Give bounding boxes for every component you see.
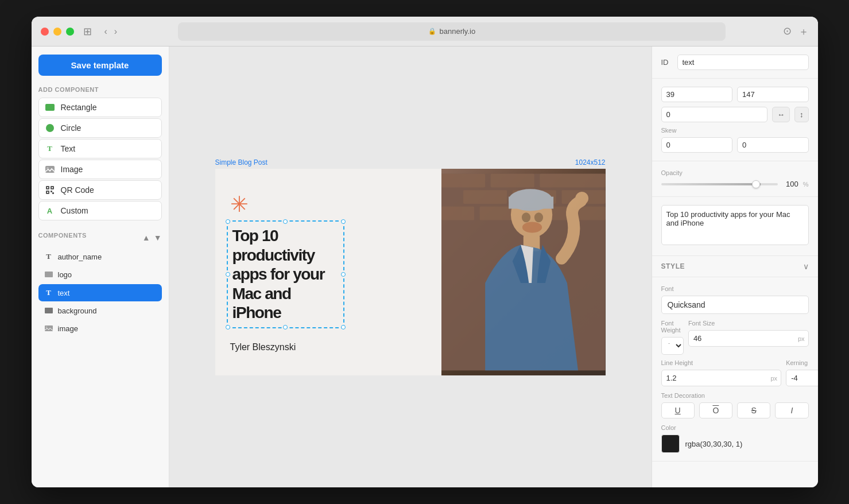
font-size-wrap: px — [688, 330, 809, 347]
url-bar[interactable]: 🔒 bannerly.io — [178, 22, 725, 41]
layer-logo[interactable]: logo — [38, 266, 162, 283]
font-weight-select[interactable]: 700 400 600 800 — [661, 337, 684, 355]
lock-icon: 🔒 — [428, 28, 436, 35]
svg-point-29 — [534, 212, 543, 222]
font-weight-label: Font Weight — [661, 320, 684, 334]
strikethrough-button[interactable]: S — [737, 402, 770, 418]
font-size-label: Font Size — [688, 320, 809, 327]
component-text[interactable]: T Text — [38, 139, 162, 158]
svg-rect-16 — [491, 174, 534, 188]
id-input[interactable] — [677, 55, 809, 70]
resize-handle-bl[interactable] — [226, 325, 230, 329]
minimize-button[interactable] — [53, 28, 61, 36]
line-height-unit: px — [767, 375, 781, 382]
layer-logo-label: logo — [58, 270, 72, 279]
layer-image[interactable]: image — [38, 320, 162, 337]
flip-vertical-button[interactable]: ↕ — [794, 107, 809, 122]
url-text: bannerly.io — [440, 27, 476, 36]
close-button[interactable] — [41, 28, 49, 36]
svg-rect-27 — [509, 197, 553, 209]
font-size-input[interactable] — [689, 331, 794, 346]
opacity-thumb[interactable] — [752, 180, 760, 188]
id-row: ID — [661, 55, 809, 70]
text-decoration-label: Text Decoration — [661, 392, 809, 399]
resize-handle-ml[interactable] — [226, 272, 230, 277]
y-input[interactable] — [738, 87, 809, 102]
font-size-col: Font Size px — [688, 320, 809, 355]
svg-rect-11 — [45, 308, 53, 313]
rotation-row: ° ↔ ↕ — [661, 107, 809, 122]
kerning-input[interactable] — [786, 370, 817, 386]
svg-rect-15 — [441, 174, 485, 188]
forward-button[interactable]: › — [111, 25, 121, 38]
chevron-down-icon[interactable]: ∨ — [803, 262, 809, 271]
left-sidebar: Save template ADD COMPONENT Rectangle Ci… — [32, 46, 169, 487]
rotation-input-wrap: ° — [661, 107, 768, 122]
text-content-section: Top 10 productivity apps for your Mac an… — [652, 197, 818, 256]
style-label: STYLE — [661, 262, 685, 270]
color-swatch[interactable] — [661, 435, 680, 453]
layer-background[interactable]: background — [38, 303, 162, 319]
back-button[interactable]: ‹ — [101, 25, 111, 38]
svg-rect-10 — [45, 272, 53, 277]
skew-row: Y X — [661, 137, 809, 153]
components-section-label: COMPONENTS — [38, 232, 87, 239]
italic-button[interactable]: I — [775, 402, 808, 418]
move-down-button[interactable]: ▼ — [154, 233, 162, 242]
image-icon — [45, 164, 55, 175]
custom-label: Custom — [61, 206, 88, 215]
maximize-button[interactable] — [66, 28, 74, 36]
y-input-wrap: Y — [737, 87, 809, 102]
component-circle[interactable]: Circle — [38, 118, 162, 138]
coordinates-section: X Y ° ↔ ↕ Skew — [652, 79, 818, 161]
component-rectangle[interactable]: Rectangle — [38, 98, 162, 117]
flip-horizontal-button[interactable]: ↔ — [772, 107, 790, 122]
layer-author-name[interactable]: T author_name — [38, 248, 162, 265]
opacity-slider[interactable] — [661, 183, 778, 185]
component-image[interactable]: Image — [38, 160, 162, 179]
rotation-input[interactable] — [662, 107, 767, 122]
font-size-unit: px — [794, 335, 808, 342]
x-input[interactable] — [662, 87, 733, 102]
layer-author-name-icon: T — [44, 252, 53, 261]
font-weight-col: Font Weight 700 400 600 800 — [661, 320, 684, 355]
svg-rect-9 — [47, 192, 48, 193]
component-custom[interactable]: A Custom — [38, 201, 162, 220]
text-label: Text — [61, 144, 76, 153]
resize-handle-tr[interactable] — [341, 219, 346, 224]
resize-handle-bc[interactable] — [283, 325, 288, 329]
resize-handle-br[interactable] — [341, 325, 346, 329]
overline-button[interactable]: O — [699, 402, 732, 418]
resize-handle-mr[interactable] — [341, 272, 346, 277]
font-input[interactable] — [661, 296, 809, 314]
color-value-text: rgba(30,30,30, 1) — [685, 440, 743, 448]
canvas-frame[interactable]: ✳ Top 10 productivity apps for your Mac … — [215, 169, 606, 375]
svg-rect-21 — [441, 207, 474, 220]
opacity-label: Opacity — [661, 169, 809, 176]
canvas-dimensions-label: 1024x512 — [575, 158, 606, 166]
new-tab-icon[interactable]: ＋ — [798, 25, 809, 38]
text-content-textarea[interactable]: Top 10 productivity apps for your Mac an… — [661, 205, 809, 245]
component-qrcode[interactable]: QR Code — [38, 180, 162, 200]
canvas-label-row: Simple Blog Post 1024x512 — [215, 158, 606, 166]
sidebar-toggle-button[interactable]: ⊞ — [83, 25, 92, 38]
rectangle-icon — [45, 102, 55, 113]
layer-image-icon — [44, 324, 53, 333]
component-list: Rectangle Circle T Text Image — [38, 98, 162, 220]
underline-button[interactable]: U — [661, 402, 695, 418]
resize-handle-tl[interactable] — [226, 219, 230, 224]
layer-text[interactable]: T text — [38, 284, 162, 301]
resize-handle-tc[interactable] — [283, 219, 288, 224]
skew-label: Skew — [661, 127, 809, 134]
text-icon: T — [45, 144, 55, 154]
skew-x-input[interactable] — [738, 138, 809, 152]
canvas-text-element[interactable]: Top 10 productivity apps for your Mac an… — [227, 220, 344, 328]
download-icon[interactable]: ⊙ — [783, 25, 792, 38]
move-up-button[interactable]: ▲ — [142, 233, 150, 242]
save-template-button[interactable]: Save template — [38, 55, 162, 76]
line-height-input[interactable] — [662, 370, 767, 386]
skew-y-input[interactable] — [662, 138, 733, 152]
svg-rect-12 — [45, 325, 53, 331]
image-label: Image — [61, 165, 83, 174]
main-layout: Save template ADD COMPONENT Rectangle Ci… — [32, 46, 818, 487]
